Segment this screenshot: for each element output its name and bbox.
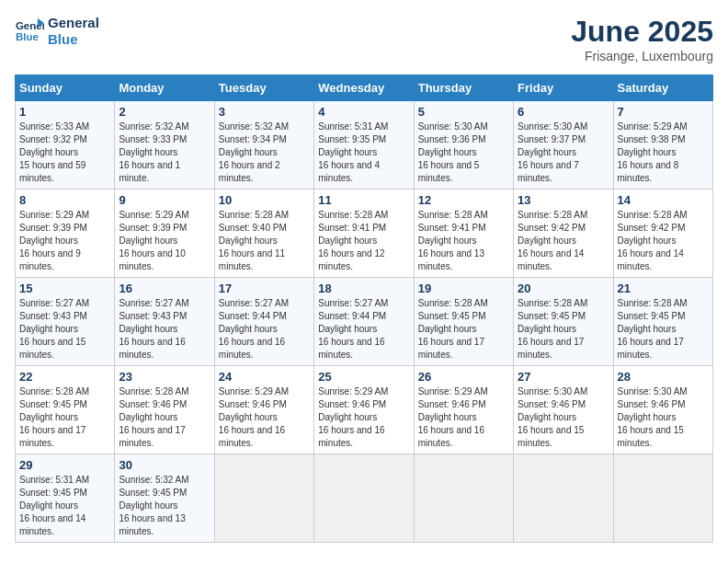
calendar-cell: 10Sunrise: 5:28 AMSunset: 9:40 PMDayligh… [214, 190, 313, 278]
day-detail: Sunrise: 5:29 AMSunset: 9:46 PMDaylight … [219, 385, 310, 450]
day-number: 13 [518, 193, 609, 207]
calendar-cell: 4Sunrise: 5:31 AMSunset: 9:35 PMDaylight… [314, 101, 414, 190]
calendar-cell: 8Sunrise: 5:29 AMSunset: 9:39 PMDaylight… [16, 190, 115, 278]
calendar-cell: 3Sunrise: 5:32 AMSunset: 9:34 PMDaylight… [214, 101, 313, 190]
calendar-cell: 6Sunrise: 5:30 AMSunset: 9:37 PMDaylight… [514, 101, 613, 190]
logo: General Blue General Blue [15, 15, 99, 48]
day-detail: Sunrise: 5:29 AMSunset: 9:39 PMDaylight … [119, 209, 210, 273]
calendar-cell: 15Sunrise: 5:27 AMSunset: 9:43 PMDayligh… [16, 278, 115, 366]
weekday-header-saturday: Saturday [613, 75, 712, 101]
title-area: June 2025 Frisange, Luxembourg [571, 15, 713, 63]
day-number: 14 [618, 193, 709, 207]
calendar-week-1: 1Sunrise: 5:33 AMSunset: 9:32 PMDaylight… [16, 101, 713, 190]
day-detail: Sunrise: 5:28 AMSunset: 9:41 PMDaylight … [418, 209, 509, 273]
day-number: 6 [518, 105, 609, 119]
day-number: 8 [19, 193, 110, 207]
day-number: 30 [119, 458, 210, 472]
calendar-cell: 21Sunrise: 5:28 AMSunset: 9:45 PMDayligh… [613, 278, 712, 366]
day-number: 19 [418, 282, 509, 295]
calendar-body: 1Sunrise: 5:33 AMSunset: 9:32 PMDaylight… [16, 101, 713, 543]
day-number: 2 [119, 105, 210, 119]
day-number: 4 [318, 105, 409, 119]
calendar-cell: 5Sunrise: 5:30 AMSunset: 9:36 PMDaylight… [414, 101, 513, 190]
day-detail: Sunrise: 5:29 AMSunset: 9:46 PMDaylight … [418, 385, 509, 450]
calendar-cell: 22Sunrise: 5:28 AMSunset: 9:45 PMDayligh… [16, 366, 115, 454]
calendar-cell: 13Sunrise: 5:28 AMSunset: 9:42 PMDayligh… [514, 190, 613, 278]
day-number: 17 [219, 282, 310, 295]
calendar-cell: 16Sunrise: 5:27 AMSunset: 9:43 PMDayligh… [115, 278, 214, 366]
day-detail: Sunrise: 5:27 AMSunset: 9:44 PMDaylight … [318, 297, 409, 362]
calendar-cell [214, 454, 313, 543]
weekday-header-thursday: Thursday [414, 75, 513, 101]
month-title: June 2025 [571, 15, 713, 49]
weekday-header-row: SundayMondayTuesdayWednesdayThursdayFrid… [16, 75, 713, 101]
day-number: 28 [618, 370, 709, 384]
calendar-cell: 17Sunrise: 5:27 AMSunset: 9:44 PMDayligh… [214, 278, 313, 366]
header: General Blue General Blue June 2025 Fris… [15, 15, 713, 63]
calendar-week-4: 22Sunrise: 5:28 AMSunset: 9:45 PMDayligh… [16, 366, 713, 454]
calendar-header: SundayMondayTuesdayWednesdayThursdayFrid… [16, 75, 713, 101]
calendar-cell [414, 454, 513, 543]
calendar-cell: 23Sunrise: 5:28 AMSunset: 9:46 PMDayligh… [115, 366, 214, 454]
day-number: 23 [119, 370, 210, 384]
day-detail: Sunrise: 5:28 AMSunset: 9:45 PMDaylight … [418, 297, 509, 362]
day-number: 16 [119, 282, 210, 295]
day-detail: Sunrise: 5:31 AMSunset: 9:45 PMDaylight … [19, 474, 110, 538]
day-detail: Sunrise: 5:28 AMSunset: 9:45 PMDaylight … [518, 297, 609, 362]
day-number: 15 [19, 282, 110, 295]
day-detail: Sunrise: 5:32 AMSunset: 9:33 PMDaylight … [119, 121, 210, 185]
day-number: 7 [618, 105, 709, 119]
day-number: 1 [19, 105, 110, 119]
calendar-cell: 30Sunrise: 5:32 AMSunset: 9:45 PMDayligh… [115, 454, 214, 543]
calendar-cell: 25Sunrise: 5:29 AMSunset: 9:46 PMDayligh… [314, 366, 414, 454]
day-detail: Sunrise: 5:28 AMSunset: 9:42 PMDaylight … [618, 209, 709, 273]
weekday-header-monday: Monday [115, 75, 214, 101]
day-detail: Sunrise: 5:30 AMSunset: 9:46 PMDaylight … [618, 385, 709, 450]
day-number: 21 [618, 282, 709, 295]
day-detail: Sunrise: 5:31 AMSunset: 9:35 PMDaylight … [318, 121, 409, 185]
day-detail: Sunrise: 5:28 AMSunset: 9:40 PMDaylight … [219, 209, 310, 273]
calendar-cell [613, 454, 712, 543]
day-number: 12 [418, 193, 509, 207]
day-number: 9 [119, 193, 210, 207]
svg-text:Blue: Blue [16, 31, 40, 42]
weekday-header-friday: Friday [514, 75, 613, 101]
day-detail: Sunrise: 5:28 AMSunset: 9:42 PMDaylight … [518, 209, 609, 273]
calendar-cell: 1Sunrise: 5:33 AMSunset: 9:32 PMDaylight… [16, 101, 115, 190]
calendar-cell [314, 454, 414, 543]
day-detail: Sunrise: 5:28 AMSunset: 9:45 PMDaylight … [618, 297, 709, 362]
calendar-cell: 29Sunrise: 5:31 AMSunset: 9:45 PMDayligh… [16, 454, 115, 543]
day-detail: Sunrise: 5:30 AMSunset: 9:46 PMDaylight … [518, 385, 609, 450]
calendar-cell: 19Sunrise: 5:28 AMSunset: 9:45 PMDayligh… [414, 278, 513, 366]
logo-general: General [48, 15, 99, 31]
location: Frisange, Luxembourg [571, 49, 713, 63]
calendar-cell: 9Sunrise: 5:29 AMSunset: 9:39 PMDaylight… [115, 190, 214, 278]
day-number: 11 [318, 193, 409, 207]
calendar-cell [514, 454, 613, 543]
day-detail: Sunrise: 5:27 AMSunset: 9:43 PMDaylight … [119, 297, 210, 362]
day-detail: Sunrise: 5:32 AMSunset: 9:45 PMDaylight … [119, 474, 210, 538]
calendar-week-3: 15Sunrise: 5:27 AMSunset: 9:43 PMDayligh… [16, 278, 713, 366]
calendar-week-2: 8Sunrise: 5:29 AMSunset: 9:39 PMDaylight… [16, 190, 713, 278]
calendar-table: SundayMondayTuesdayWednesdayThursdayFrid… [15, 75, 713, 543]
calendar-cell: 7Sunrise: 5:29 AMSunset: 9:38 PMDaylight… [613, 101, 712, 190]
calendar-cell: 12Sunrise: 5:28 AMSunset: 9:41 PMDayligh… [414, 190, 513, 278]
day-number: 22 [19, 370, 110, 384]
day-detail: Sunrise: 5:28 AMSunset: 9:46 PMDaylight … [119, 385, 210, 450]
day-detail: Sunrise: 5:29 AMSunset: 9:46 PMDaylight … [318, 385, 409, 450]
day-detail: Sunrise: 5:28 AMSunset: 9:45 PMDaylight … [19, 385, 110, 450]
day-number: 26 [418, 370, 509, 384]
calendar-cell: 18Sunrise: 5:27 AMSunset: 9:44 PMDayligh… [314, 278, 414, 366]
calendar-cell: 24Sunrise: 5:29 AMSunset: 9:46 PMDayligh… [214, 366, 313, 454]
day-detail: Sunrise: 5:29 AMSunset: 9:38 PMDaylight … [618, 121, 709, 185]
day-number: 18 [318, 282, 409, 295]
day-detail: Sunrise: 5:27 AMSunset: 9:43 PMDaylight … [19, 297, 110, 362]
day-number: 27 [518, 370, 609, 384]
calendar-cell: 2Sunrise: 5:32 AMSunset: 9:33 PMDaylight… [115, 101, 214, 190]
day-detail: Sunrise: 5:28 AMSunset: 9:41 PMDaylight … [318, 209, 409, 273]
logo-blue: Blue [48, 31, 99, 48]
day-number: 29 [19, 458, 110, 472]
day-number: 5 [418, 105, 509, 119]
calendar-cell: 11Sunrise: 5:28 AMSunset: 9:41 PMDayligh… [314, 190, 414, 278]
weekday-header-tuesday: Tuesday [214, 75, 313, 101]
